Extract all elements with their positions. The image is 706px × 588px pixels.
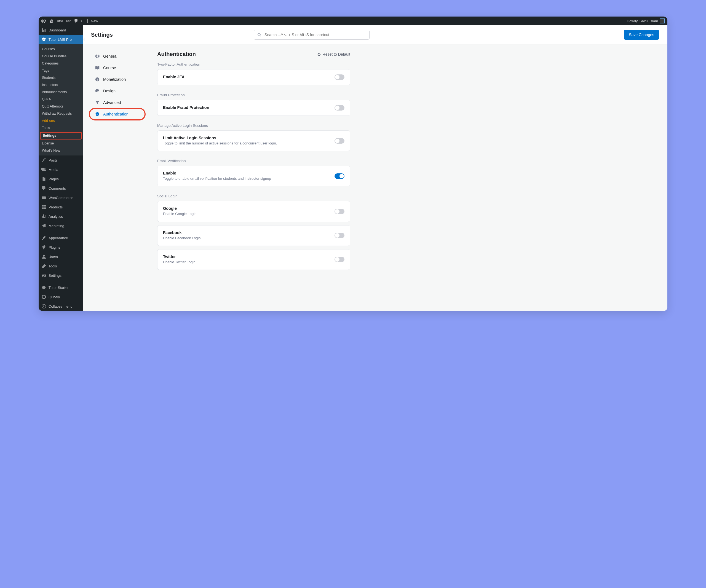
- submenu-announcements[interactable]: Announcements: [39, 88, 83, 96]
- sidebar-item-collapse[interactable]: Collapse menu: [39, 302, 83, 311]
- toggle-2fa[interactable]: [335, 75, 345, 80]
- submenu-tools[interactable]: Tools: [39, 124, 83, 131]
- sidebar-item-pages[interactable]: Pages: [39, 174, 83, 183]
- panel-title: Authentication: [157, 51, 196, 57]
- refresh-icon: [317, 52, 321, 56]
- sidebar-item-woocommerce[interactable]: WooCommerce: [39, 193, 83, 202]
- sidebar-item-plugins[interactable]: Plugins: [39, 243, 83, 252]
- submenu-settings[interactable]: Settings: [40, 132, 82, 139]
- sidebar-item-dashboard[interactable]: Dashboard: [39, 25, 83, 35]
- sidebar-label: Plugins: [48, 245, 61, 249]
- sidebar-label: Marketing: [48, 224, 64, 228]
- card-desc: Enable Twitter Login: [163, 260, 329, 265]
- sidebar-item-posts[interactable]: Posts: [39, 156, 83, 165]
- section-label-email: Email Verification: [157, 159, 350, 163]
- card-title: Limit Active Login Sessions: [163, 136, 329, 140]
- submenu-addons[interactable]: Add-ons: [39, 117, 83, 124]
- tab-course[interactable]: Course: [91, 62, 144, 73]
- palette-icon: [95, 88, 100, 93]
- svg-point-4: [258, 33, 260, 36]
- sidebar-label: Comments: [48, 186, 66, 191]
- site-link[interactable]: Tutor Test: [49, 19, 71, 23]
- submenu-tags[interactable]: Tags: [39, 67, 83, 74]
- card-title: Enable Fraud Protection: [163, 105, 329, 110]
- submenu-bundles[interactable]: Course Bundles: [39, 53, 83, 60]
- sidebar-label: Appearance: [48, 236, 68, 240]
- sidebar-label: Collapse menu: [48, 304, 73, 308]
- save-button[interactable]: Save Changes: [624, 30, 659, 40]
- brush-icon: [41, 236, 46, 240]
- comments-link[interactable]: 0: [74, 19, 82, 23]
- sidebar-label: Users: [48, 255, 58, 259]
- svg-point-3: [42, 304, 46, 308]
- gear-icon: [95, 54, 100, 59]
- sidebar-label: WooCommerce: [48, 196, 73, 200]
- sidebar-item-qubely[interactable]: Qubely: [39, 292, 83, 302]
- search-wrap: [254, 30, 369, 40]
- reset-button[interactable]: Reset to Default: [317, 52, 350, 56]
- sidebar-item-users[interactable]: Users: [39, 252, 83, 261]
- woocommerce-icon: [41, 195, 46, 200]
- card-desc: Toggle to limit the number of active ses…: [163, 141, 329, 146]
- tab-authentication[interactable]: Authentication: [91, 109, 144, 119]
- toggle-email-verification[interactable]: [335, 173, 345, 179]
- submenu-whats-new[interactable]: What's New: [39, 147, 83, 154]
- submenu-license[interactable]: License: [39, 140, 83, 147]
- page-title: Settings: [91, 32, 113, 38]
- user-icon: [41, 254, 46, 259]
- submenu-categories[interactable]: Categories: [39, 60, 83, 67]
- sidebar-item-comments[interactable]: Comments: [39, 183, 83, 193]
- submenu-courses[interactable]: Courses: [39, 45, 83, 53]
- shield-icon: [95, 112, 100, 117]
- sidebar-item-wp-settings[interactable]: Settings: [39, 271, 83, 280]
- tutor-submenu: Courses Course Bundles Categories Tags S…: [39, 44, 83, 156]
- card-desc: Toggle to enable email verification for …: [163, 176, 329, 181]
- wordpress-icon: [41, 19, 46, 23]
- user-greeting[interactable]: Howdy, Saiful Islam: [627, 18, 665, 24]
- sidebar-item-products[interactable]: Products: [39, 202, 83, 212]
- tab-general[interactable]: General: [91, 51, 144, 61]
- sidebar-item-tutor-lms[interactable]: Tutor LMS Pro: [39, 35, 83, 44]
- sidebar-label: Dashboard: [48, 28, 66, 32]
- greeting-text: Howdy, Saiful Islam: [627, 19, 658, 23]
- toggle-facebook[interactable]: [335, 233, 345, 238]
- avatar: [660, 18, 665, 24]
- card-desc: Enable Google Login: [163, 211, 329, 216]
- svg-point-2: [42, 295, 46, 299]
- sidebar-item-analytics[interactable]: Analytics: [39, 212, 83, 221]
- sidebar-label: Qubely: [48, 295, 60, 299]
- toggle-twitter[interactable]: [335, 257, 345, 262]
- submenu-qa[interactable]: Q & A: [39, 96, 83, 103]
- section-label-fraud: Fraud Protection: [157, 93, 350, 97]
- collapse-icon: [41, 304, 46, 309]
- media-icon: [41, 167, 46, 172]
- submenu-quiz-attempts[interactable]: Quiz Attempts: [39, 103, 83, 110]
- toggle-google[interactable]: [335, 209, 345, 214]
- toggle-sessions[interactable]: [335, 138, 345, 143]
- search-input[interactable]: [254, 30, 369, 40]
- submenu-students[interactable]: Students: [39, 74, 83, 81]
- sidebar-item-tutor-starter[interactable]: Tutor Starter: [39, 283, 83, 292]
- sidebar-item-appearance[interactable]: Appearance: [39, 233, 83, 243]
- settings-tabs: General Course $ Monetization Design: [83, 44, 146, 311]
- graduation-icon: [41, 37, 46, 42]
- toggle-fraud[interactable]: [335, 105, 345, 111]
- dashboard-icon: [41, 28, 46, 33]
- tab-design[interactable]: Design: [91, 86, 144, 96]
- comment-icon: [41, 186, 46, 191]
- sidebar-item-marketing[interactable]: Marketing: [39, 221, 83, 230]
- plus-icon: [85, 19, 89, 23]
- products-icon: [41, 205, 46, 210]
- tab-monetization[interactable]: $ Monetization: [91, 74, 144, 85]
- new-link[interactable]: New: [85, 19, 98, 23]
- sidebar-label: Analytics: [48, 214, 63, 219]
- wp-logo[interactable]: [41, 19, 46, 23]
- tab-advanced[interactable]: Advanced: [91, 97, 144, 108]
- submenu-withdraw[interactable]: Withdraw Requests: [39, 110, 83, 117]
- submenu-instructors[interactable]: Instructors: [39, 81, 83, 88]
- sidebar-item-wp-tools[interactable]: Tools: [39, 261, 83, 271]
- settings-header: Settings Save Changes: [83, 25, 667, 44]
- card-title: Enable 2FA: [163, 75, 329, 79]
- chart-icon: [41, 214, 46, 219]
- sidebar-item-media[interactable]: Media: [39, 165, 83, 174]
